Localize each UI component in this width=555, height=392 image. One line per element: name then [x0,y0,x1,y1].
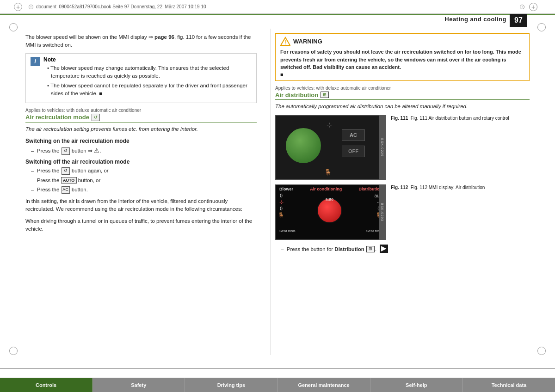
nav-item-technical[interactable]: Technical data [463,378,555,392]
mmi-auto-left: auto [326,197,334,202]
ac-btn-inline[interactable]: AC [62,186,70,194]
warning-box: ! WARNING For reasons of safety you shou… [275,33,530,81]
page-number: 97 [510,14,527,27]
note-bullet-1: The blower speed may change automaticall… [43,64,252,80]
warning-end-mark: ■ [280,72,284,77]
section-title-text: Air recirculation mode [25,114,89,121]
section-title-header: Heating and cooling [444,16,506,23]
auto-btn-inline[interactable]: AUTO [61,177,77,184]
note-title: Note [43,56,252,63]
dot-mark-tr [520,5,524,9]
rotary-knob [285,127,322,164]
warning-header: ! WARNING [280,37,524,46]
note-box: i Note The blower speed may change autom… [25,53,257,103]
nav-item-selfhelp[interactable]: Self-help [370,378,463,392]
fig111-image: ⊹ AC OFF 🪑 BSK-0229 [275,115,386,180]
body-para-2: When driving through a tunnel or in queu… [25,217,257,233]
fig112-container: Blower Air conditioning Distribution 0 ⊹… [275,184,530,240]
nav-item-driving[interactable]: Driving tips [185,378,278,392]
switching-off-step-2: – Press the AUTO button, or [25,177,257,184]
dot-mark-tl [29,5,33,9]
recirculation-button-icon: ↺ [92,114,100,121]
switching-off-title: Switching off the air recirculation mode [25,159,257,165]
top-bar: document_0900452a8179700c.book Seite 97 … [0,0,555,14]
air-distribution-section-title: Air distribution ⊞ [275,92,530,100]
switching-on-step: – Press the ↺ button ⇒ ⚠. [25,146,257,155]
mmi-content: 0 ⊹ 0 🪑 auto auto [276,193,386,228]
mmi-aircon-label: Air conditioning [310,187,342,191]
recirc-btn-inline-1[interactable]: ↺ [62,147,70,155]
ac-button-fig: AC [342,129,365,141]
applies-to-1: Applies to vehicles: with deluxe automat… [25,108,257,113]
mmi-blower-label: Blower [279,187,293,191]
mmi-center: auto [289,193,370,228]
fig112-caption-block: Fig. 112 Fig. 112 MMI display: Air distr… [391,184,485,191]
fig112-caption: Fig. 112 Fig. 112 MMI display: Air distr… [391,184,485,191]
final-step: – Press the button for Distribution ⊞. ▶ [275,245,530,253]
recirculation-intro: The air recirculation setting prevents f… [25,125,257,133]
filename-text: document_0900452a8179700c.book Seite 97 … [36,4,206,9]
switching-off-step-3: – Press the AC button. [25,186,257,194]
header-green-bar [0,14,555,15]
air-recirculation-section-title: Air recirculation mode ↺ [25,114,257,122]
mmi-footer: Seat heat. Seat heat [276,228,386,234]
air-distribution-intro: The automatically programmed air distrib… [275,103,530,110]
red-dial [317,198,342,223]
off-button-fig: OFF [342,146,365,157]
fig111-caption: Fig. 111 Fig. 111 Air distribution butto… [391,115,509,122]
fig111-strip: BSK-0229 [379,116,386,179]
mmi-seat-heat-left: Seat heat. [279,229,296,233]
air-distribution-title-text: Air distribution [275,92,318,98]
fan-symbol: ⊹ [327,121,332,129]
mmi-header: Blower Air conditioning Distribution [276,185,386,193]
mmi-left-icons: 0 ⊹ 0 🪑 [278,193,284,228]
fig112-strip: BSK-0293 [379,185,386,239]
nav-item-maintenance[interactable]: General maintenance [278,378,370,392]
body-para-1: In this setting, the air is drawn from t… [25,197,257,214]
svg-text:!: ! [285,39,287,46]
fig112-image: Blower Air conditioning Distribution 0 ⊹… [275,184,386,240]
warning-triangle-icon: ! [280,37,290,46]
blower-intro-text: The blower speed will be shown on the MM… [25,33,257,49]
distribution-btn-icon[interactable]: ⊞ [366,246,375,252]
warning-text: For reasons of safety you should not lea… [280,48,524,71]
recirc-btn-inline-2[interactable]: ↺ [62,167,70,175]
switching-on-title: Switching on the air recirculation mode [25,138,257,144]
nav-item-safety[interactable]: Safety [92,378,185,392]
left-column: The blower speed will be shown on the MM… [0,29,271,355]
applies-to-2: Applies to vehicles: with deluxe automat… [275,86,530,91]
note-icon: i [31,57,40,66]
warning-title: WARNING [293,38,322,45]
corner-crosshair-tl [14,3,22,11]
switching-off-step-1: – Press the ↺ button again, or [25,167,257,175]
content-area: The blower speed will be shown on the MM… [0,29,555,355]
nav-item-controls[interactable]: Controls [0,378,92,392]
distribution-icon: ⊞ [321,92,329,98]
note-content: Note The blower speed may change automat… [43,56,252,100]
note-bullet-2: The blower speed cannot be regulated sep… [43,82,252,98]
corner-crosshair-tr [529,3,537,11]
fig111-caption-block: Fig. 111 Fig. 111 Air distribution butto… [391,115,509,122]
fig111-container: ⊹ AC OFF 🪑 BSK-0229 Fig. 111 Fig. 111 Ai… [275,115,530,180]
continue-arrow: ▶ [380,245,388,253]
bottom-navigation: Controls Safety Driving tips General mai… [0,378,555,392]
right-column: ! WARNING For reasons of safety you shou… [271,29,555,355]
seat-icon-fig: 🪑 [324,169,332,176]
bottom-rule-1 [0,368,555,369]
